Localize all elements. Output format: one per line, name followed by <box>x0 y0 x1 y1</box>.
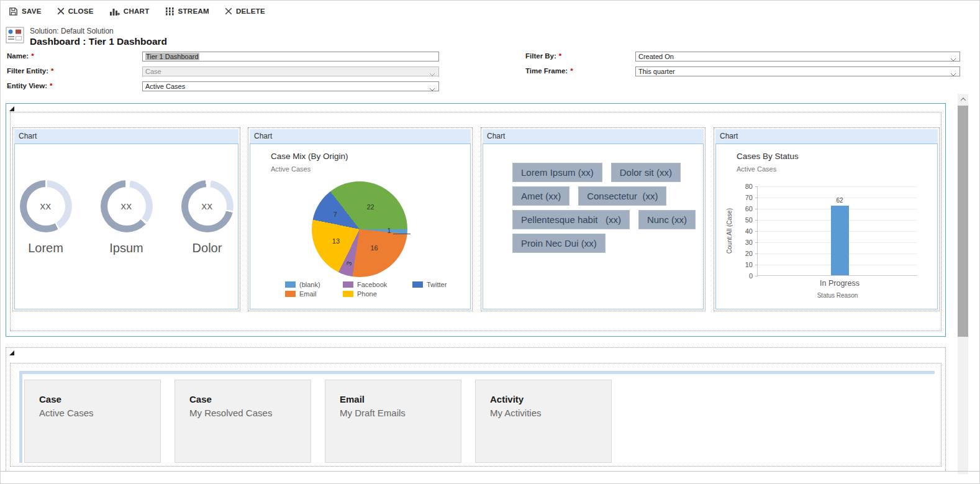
tag-chart-widget[interactable]: Chart Lorem Ipsum (xx)Dolor sit (xx)Amet… <box>481 127 706 311</box>
collapse-section-icon[interactable] <box>9 106 14 111</box>
name-input[interactable]: Tier 1 Dashboard <box>142 52 439 62</box>
y-tick-mark <box>755 220 758 221</box>
y-tick-mark <box>755 265 758 265</box>
list-widget-card[interactable]: CaseMy Resolved Cases <box>175 380 311 463</box>
legend-label: Facebook <box>357 281 387 288</box>
bar-chart-widget[interactable]: Chart Cases By Status Active Cases Count… <box>714 127 940 311</box>
chart-icon <box>109 7 120 16</box>
save-button-label: SAVE <box>22 7 42 15</box>
required-marker: * <box>570 67 573 75</box>
time-frame-select[interactable]: This quarter <box>635 66 960 76</box>
legend-swatch <box>285 281 296 288</box>
tag-chip: Nunc (xx) <box>638 210 696 229</box>
list-card-view: Active Cases <box>39 408 160 418</box>
tag-row: Proin Nec Dui (xx) <box>512 234 696 253</box>
legend-item: Facebook <box>343 281 412 288</box>
pie-label-leader-line <box>393 234 411 234</box>
collapse-section-icon[interactable] <box>9 350 14 355</box>
donut-label: Ipsum <box>97 241 157 255</box>
widget-body: Cases By Status Active Cases Count:All (… <box>715 144 938 309</box>
legend-row: EmailPhone <box>285 289 471 298</box>
donut-ring: xx <box>20 180 72 232</box>
kpi-donut: xxDolor <box>178 180 237 255</box>
widget-body: Lorem Ipsum (xx)Dolor sit (xx)Amet (xx)C… <box>483 144 704 309</box>
list-cards: CaseActive CasesCaseMy Resolved CasesEma… <box>24 380 935 463</box>
chart-button-label: CHART <box>124 7 150 15</box>
close-button[interactable]: CLOSE <box>57 7 94 15</box>
legend-row: (blank)FacebookTwitterWeb <box>285 280 471 289</box>
donut-row: xxLoremxxIpsumxxDolor <box>15 180 238 255</box>
y-tick-mark <box>755 253 758 254</box>
delete-button[interactable]: DELETE <box>225 7 265 15</box>
list-card-entity: Email <box>340 394 461 404</box>
page-title: Dashboard : Tier 1 Dashboard <box>30 36 167 47</box>
filter-entity-select[interactable]: Case <box>142 66 439 76</box>
tag-chip: Amet (xx) <box>512 186 569 206</box>
y-tick-mark <box>755 242 758 243</box>
pie-legend: (blank)FacebookTwitterWebEmailPhone <box>285 280 471 298</box>
pie-slice-value: 1 <box>388 227 391 234</box>
legend-item: Phone <box>343 290 412 298</box>
tag-chip: Dolor sit (xx) <box>611 163 681 182</box>
y-tick-label: 20 <box>737 250 753 257</box>
time-frame-label: Time Frame:* <box>525 67 573 75</box>
tag-row: Lorem Ipsum (xx)Dolor sit (xx) <box>512 163 696 182</box>
time-frame-value: This quarter <box>638 68 675 75</box>
list-widget-card[interactable]: EmailMy Draft Emails <box>325 380 461 463</box>
chevron-down-icon <box>950 55 956 63</box>
legend-label: (blank) <box>299 281 320 288</box>
kpi-donut: xxLorem <box>16 180 76 255</box>
y-axis-title: Count:All (Case) <box>726 186 733 276</box>
donut-chart-widget[interactable]: Chart xxLoremxxIpsumxxDolor <box>12 127 240 311</box>
pie-chart-widget[interactable]: Chart Case Mix (By Origin) Active Cases … <box>248 127 473 311</box>
pie-slice-value: 3 <box>345 261 353 267</box>
filter-entity-label: Filter Entity:* <box>7 67 54 75</box>
tag-chip: Lorem Ipsum (xx) <box>512 163 602 182</box>
name-label: Name:* <box>7 52 34 60</box>
donut-center-value: xx <box>101 180 153 232</box>
y-tick-label: 70 <box>737 194 753 201</box>
tag-rows: Lorem Ipsum (xx)Dolor sit (xx)Amet (xx)C… <box>512 163 696 257</box>
required-marker: * <box>559 52 561 60</box>
selection-outline: CaseActive CasesCaseMy Resolved CasesEma… <box>10 363 941 467</box>
y-tick-label: 50 <box>737 216 753 224</box>
stream-button[interactable]: STREAM <box>165 7 209 16</box>
tag-chip: Consectetur (xx) <box>578 186 666 206</box>
chart-title: Case Mix (By Origin) <box>271 152 348 161</box>
filter-by-select[interactable]: Created On <box>635 52 960 62</box>
chevron-down-icon <box>950 70 956 78</box>
required-marker: * <box>50 82 52 89</box>
y-tick-mark <box>755 231 758 232</box>
scrollbar-thumb[interactable] <box>958 106 968 337</box>
legend-swatch <box>285 291 296 297</box>
vertical-scrollbar[interactable] <box>958 94 968 474</box>
chart-button[interactable]: CHART <box>109 7 150 16</box>
legend-swatch <box>343 281 353 288</box>
legend-item: Email <box>285 290 343 298</box>
donut-label: Dolor <box>178 241 237 255</box>
list-widget-card[interactable]: ActivityMy Activities <box>475 380 612 463</box>
pie-chart: 116313722 <box>312 181 407 277</box>
widget-header: Chart <box>715 129 938 144</box>
save-button[interactable]: SAVE <box>9 7 42 16</box>
y-tick-label: 40 <box>737 227 753 235</box>
charts-section[interactable]: Chart xxLoremxxIpsumxxDolor Chart Case M… <box>6 103 946 337</box>
list-card-entity: Case <box>189 394 311 404</box>
lists-section[interactable]: CaseActive CasesCaseMy Resolved CasesEma… <box>6 347 946 471</box>
dashboard-record-icon <box>6 27 24 43</box>
record-header: Solution: Default Solution Dashboard : T… <box>6 27 167 47</box>
delete-icon <box>225 7 232 15</box>
widget-body: Case Mix (By Origin) Active Cases 116313… <box>250 144 471 309</box>
stream-button-label: STREAM <box>178 7 209 15</box>
entity-view-select[interactable]: Active Cases <box>142 81 439 91</box>
list-widget-card[interactable]: CaseActive Cases <box>24 380 161 463</box>
x-axis-title: Status Reason <box>817 292 858 299</box>
y-tick-label: 10 <box>737 261 753 268</box>
legend-swatch <box>343 291 353 297</box>
scroll-up-icon[interactable] <box>958 94 968 104</box>
y-tick-label: 60 <box>737 205 753 212</box>
legend-label: Phone <box>357 290 377 298</box>
y-tick-mark <box>755 198 758 198</box>
widget-header: Chart <box>250 129 471 144</box>
dashboard-editor-page: SAVECLOSECHARTSTREAMDELETE Solution: Def… <box>0 0 980 484</box>
